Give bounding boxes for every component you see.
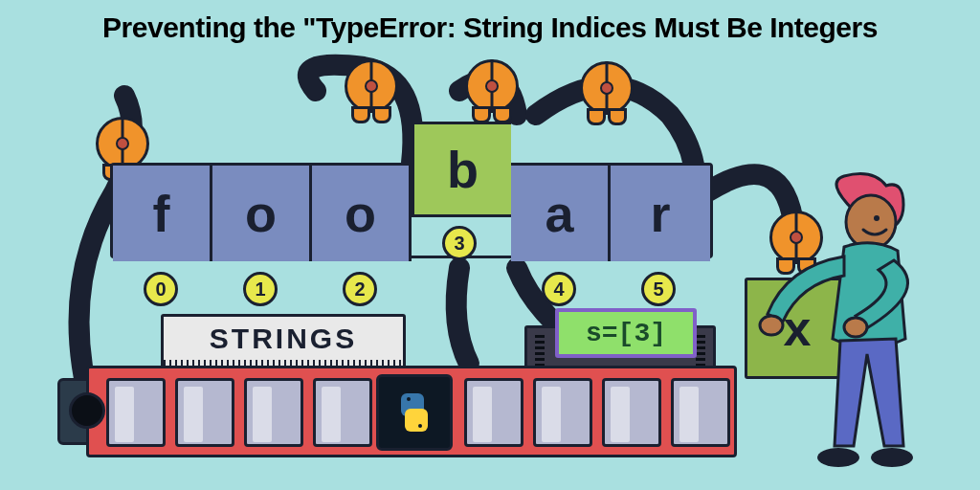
- svg-point-3: [871, 448, 913, 467]
- base-port-icon: [69, 392, 105, 429]
- char-cell: o: [312, 166, 412, 261]
- machine-slot: [244, 378, 303, 447]
- char-cell: o: [212, 166, 312, 261]
- person-character: [748, 172, 949, 479]
- svg-point-2: [817, 448, 859, 467]
- svg-point-5: [844, 318, 867, 337]
- machine-slot: [533, 378, 592, 447]
- python-logo-icon: [376, 374, 453, 451]
- machine-slot: [106, 378, 166, 447]
- machine-slot: [602, 378, 661, 447]
- machine-slot: [175, 378, 234, 447]
- svg-point-4: [760, 316, 783, 335]
- char-cell: f: [113, 166, 212, 261]
- char-cell: r: [611, 166, 710, 261]
- index-badge: 5: [641, 272, 676, 306]
- illustration-stage: f o o b a r 0 1 2 3 4 5 STRINGS s=[3]: [0, 0, 980, 490]
- string-char-row: f o o b a r: [110, 163, 713, 258]
- index-badge: 4: [542, 272, 576, 306]
- index-badge: 1: [243, 272, 278, 306]
- char-cell-highlight: b: [412, 122, 511, 217]
- index-badge-highlight: 3: [442, 226, 477, 260]
- machine-slot: [313, 378, 372, 447]
- machine-slot: [464, 378, 523, 447]
- machine-base: [86, 366, 737, 457]
- svg-point-0: [846, 195, 896, 249]
- claw-icon: [345, 59, 398, 113]
- claw-icon: [465, 59, 519, 113]
- char-cell: a: [511, 166, 611, 261]
- code-display: s=[3]: [555, 308, 697, 358]
- index-badge: 2: [343, 272, 377, 306]
- strings-label: STRINGS: [161, 314, 406, 364]
- index-badge: 0: [144, 272, 178, 306]
- machine-slot: [671, 378, 730, 447]
- claw-icon: [580, 61, 634, 115]
- svg-point-1: [874, 215, 880, 221]
